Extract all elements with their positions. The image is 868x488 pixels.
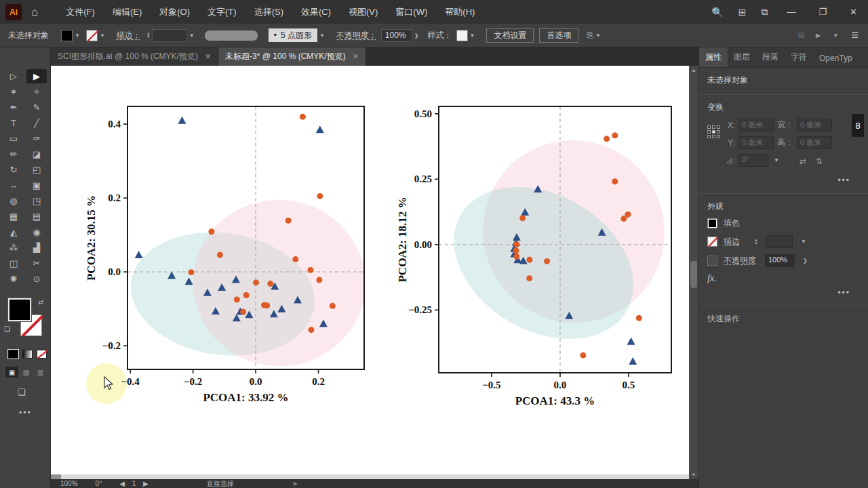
menu-item-0[interactable]: 文件(F): [57, 0, 104, 24]
type-tool-icon[interactable]: T: [3, 116, 24, 130]
close-button[interactable]: ✕: [846, 7, 861, 17]
curvature-tool-icon[interactable]: ✎: [26, 100, 47, 115]
swap-fill-stroke-icon[interactable]: ⇄: [38, 298, 43, 306]
color-button[interactable]: [8, 350, 18, 359]
gradient-tool-icon[interactable]: ▤: [26, 209, 47, 224]
menu-item-4[interactable]: 选择(S): [245, 0, 292, 24]
nav-next-icon[interactable]: ▶: [143, 480, 149, 487]
panel-tab-图层[interactable]: 图层: [728, 47, 756, 67]
arrange-documents-icon[interactable]: ⊞: [738, 7, 747, 18]
workspace-switcher-icon[interactable]: ⫸: [816, 30, 821, 40]
menu-item-5[interactable]: 效果(C): [292, 0, 340, 24]
width-field[interactable]: 0 毫米: [797, 119, 832, 131]
line-segment-tool-icon[interactable]: ╱: [26, 116, 47, 130]
app-logo[interactable]: Ai: [5, 4, 22, 20]
menu-item-7[interactable]: 窗口(W): [387, 0, 436, 24]
appearance-stroke-label[interactable]: 描边: [724, 236, 740, 247]
eyedropper-tool-icon[interactable]: ◭: [3, 225, 24, 239]
width-tool-icon[interactable]: ↔: [3, 178, 24, 192]
pcoa-plot-left[interactable]: −0.4−0.20.00.20.40.20.0−0.2PCOA1: 33.92 …: [77, 96, 391, 423]
pen-tool-icon[interactable]: ✒: [3, 100, 24, 115]
appearance-fill-swatch[interactable]: [707, 218, 717, 228]
eraser-tool-icon[interactable]: ◪: [26, 147, 47, 161]
reference-point-grid[interactable]: [707, 125, 720, 171]
appearance-fill-label[interactable]: 填色: [724, 218, 740, 229]
appearance-opacity-label[interactable]: 不透明度: [724, 255, 756, 266]
document-setup-button[interactable]: 文档设置: [486, 28, 534, 43]
shaper-tool-icon[interactable]: ✏: [3, 147, 24, 161]
perspective-grid-tool-icon[interactable]: ◳: [26, 194, 47, 208]
fx-button[interactable]: fx.: [707, 273, 860, 284]
document-tab-1[interactable]: 未标题-3* @ 100 % (CMYK/预览)✕: [218, 47, 366, 66]
workspace-dropdown-icon[interactable]: ▼: [833, 33, 838, 39]
free-transform-tool-icon[interactable]: ▣: [26, 178, 47, 192]
menu-item-3[interactable]: 文字(T): [199, 0, 245, 24]
opacity-field[interactable]: 100%: [381, 29, 412, 42]
draw-mode-0[interactable]: ▣: [5, 367, 18, 378]
rotation-field[interactable]: 0°: [96, 480, 102, 487]
appearance-stroke-field[interactable]: [766, 235, 793, 248]
none-button[interactable]: [37, 350, 47, 359]
hand-tool-icon[interactable]: ✺: [3, 272, 24, 286]
pcoa-plot-right[interactable]: −0.50.00.50.500.250.00−0.25PCOA1: 43.3 %…: [388, 96, 689, 426]
height-field[interactable]: 0 毫米: [797, 136, 832, 149]
lasso-tool-icon[interactable]: ✧: [26, 85, 47, 99]
appearance-opacity-expand-icon[interactable]: ❯: [803, 258, 808, 264]
menu-item-8[interactable]: 帮助(H): [436, 0, 484, 24]
home-icon[interactable]: ⌂: [31, 5, 38, 19]
scroll-down-icon[interactable]: ▼: [689, 472, 698, 478]
mesh-tool-icon[interactable]: ▦: [3, 209, 24, 224]
default-fill-stroke-icon[interactable]: ❏: [4, 325, 10, 333]
panel-tab-段落[interactable]: 段落: [756, 47, 785, 67]
fill-swatch[interactable]: [61, 30, 73, 41]
flip-horizontal-icon[interactable]: ⇄: [800, 157, 806, 166]
screen-mode-icon[interactable]: ❏: [18, 387, 50, 397]
panel-tab-字符[interactable]: 字符: [785, 47, 813, 67]
menu-item-1[interactable]: 编辑(E): [104, 0, 151, 24]
zoom-tool-icon[interactable]: ⊙: [26, 272, 47, 286]
restore-button[interactable]: ❐: [814, 7, 831, 17]
isolate-selection-icon[interactable]: ⎘: [587, 30, 593, 40]
document-tab-0[interactable]: SCI图形排版.ai @ 100 % (CMYK/预览)✕: [51, 47, 218, 66]
selection-tool-icon[interactable]: ▷: [3, 69, 24, 83]
constrain-proportions-icon[interactable]: 8: [852, 114, 864, 137]
tab-close-icon[interactable]: ✕: [205, 52, 211, 61]
scale-tool-icon[interactable]: ◰: [26, 163, 47, 177]
angle-field[interactable]: 0°: [738, 154, 768, 167]
stroke-swatch[interactable]: [86, 30, 98, 41]
minimize-button[interactable]: —: [783, 7, 800, 17]
draw-mode-1[interactable]: ▨: [20, 367, 33, 378]
stroke-stepper[interactable]: ▲▼: [146, 32, 151, 39]
stroke-weight-label[interactable]: 描边：: [117, 30, 141, 41]
stroke-weight-field[interactable]: [152, 29, 187, 42]
nav-prev-icon[interactable]: ◀: [119, 480, 125, 487]
x-field[interactable]: 0 毫米: [738, 119, 774, 131]
edit-toolbar-icon[interactable]: •••: [19, 408, 50, 418]
rectangle-tool-icon[interactable]: ▭: [3, 131, 24, 146]
direct-selection-tool-icon[interactable]: ▶: [26, 69, 47, 83]
artboard-canvas[interactable]: −0.4−0.20.00.20.40.20.0−0.2PCOA1: 33.92 …: [51, 66, 689, 479]
stroke-weight-dropdown-icon[interactable]: ▼: [189, 33, 195, 39]
appearance-more-options[interactable]: •••: [707, 284, 860, 298]
scroll-up-icon[interactable]: ▲: [689, 67, 698, 73]
appearance-stroke-swatch[interactable]: [707, 237, 717, 247]
artboard-tool-icon[interactable]: ◫: [3, 256, 24, 270]
panel-tab-OpenTyp[interactable]: OpenTyp: [813, 49, 859, 67]
brush-dropdown-icon[interactable]: ▼: [319, 33, 325, 39]
flip-vertical-icon[interactable]: ⇅: [816, 157, 823, 166]
angle-dropdown-icon[interactable]: ▼: [774, 157, 779, 163]
horizontal-scrollbar[interactable]: [51, 474, 689, 479]
share-screen-icon[interactable]: ⧉: [761, 6, 768, 18]
brush-definition-select[interactable]: •5 点圆形: [269, 28, 317, 42]
panel-tab-属性[interactable]: 属性: [699, 47, 728, 67]
vertical-scrollbar[interactable]: ▲ ▼: [689, 66, 698, 479]
zoom-level-field[interactable]: 100%: [60, 480, 78, 487]
menu-item-6[interactable]: 视图(V): [340, 0, 387, 24]
search-icon[interactable]: 🔍: [711, 7, 723, 18]
tab-close-icon[interactable]: ✕: [353, 52, 359, 61]
stroke-dropdown-icon[interactable]: ▼: [100, 33, 105, 39]
style-dropdown-icon[interactable]: ▼: [470, 33, 475, 39]
draw-mode-2[interactable]: ▥: [34, 367, 47, 378]
slice-tool-icon[interactable]: ✂: [26, 256, 47, 270]
shape-builder-tool-icon[interactable]: ◍: [3, 194, 24, 208]
